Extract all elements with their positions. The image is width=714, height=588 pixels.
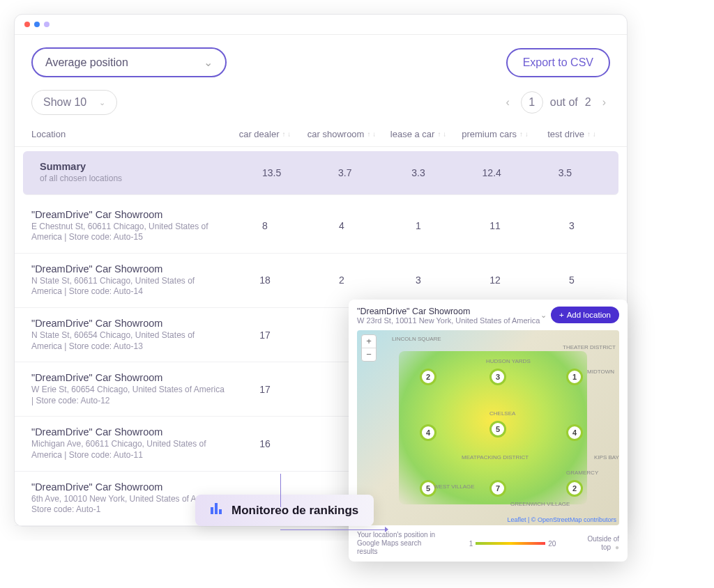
cell-value: 18 [227, 274, 303, 286]
summary-value: 12.4 [455, 167, 529, 178]
pager-outof: out of [550, 96, 578, 109]
map-marker[interactable]: 1 [566, 369, 583, 385]
page-controls: Show 10 ⌄ ‹ 1 out of 2 › [15, 90, 627, 122]
show-count-select[interactable]: Show 10 ⌄ [31, 90, 117, 115]
map-canvas[interactable]: + − 231454572 LINCOLN SQUAREHUDSON YARDS… [357, 330, 619, 525]
map-location-title: "DreamDrive" Car Showroom [357, 307, 540, 316]
cell-value: 3 [533, 220, 610, 231]
sort-icon: ↑ ↓ [587, 130, 596, 138]
zoom-control: + − [361, 334, 377, 362]
pager-current[interactable]: 1 [521, 91, 543, 114]
summary-value: 3.3 [381, 167, 455, 178]
connector-line [280, 529, 385, 530]
window-dot-blue[interactable] [34, 22, 40, 27]
map-legend: Your location's position in Google Maps … [357, 531, 619, 541]
window-dot-red[interactable] [24, 22, 30, 27]
feature-callout: Monitoreo de rankings [195, 495, 374, 526]
export-button[interactable]: Export to CSV [506, 48, 610, 77]
sort-icon: ↑ ↓ [367, 130, 376, 138]
zoom-out-button[interactable]: − [362, 348, 376, 361]
map-marker[interactable]: 2 [566, 480, 583, 497]
connector-line [280, 474, 281, 507]
zoom-in-button[interactable]: + [362, 335, 376, 348]
header-col[interactable]: lease a car ↑ ↓ [380, 129, 457, 139]
chevron-down-icon: ⌄ [204, 56, 213, 69]
chevron-down-icon: ⌄ [99, 98, 105, 107]
map-marker[interactable]: 3 [489, 369, 506, 385]
header-col[interactable]: premium cars ↑ ↓ [457, 129, 533, 139]
add-location-label: Add location [567, 311, 611, 319]
table-row[interactable]: "DreamDrive" Car ShowroomE Chestnut St, … [15, 199, 627, 254]
cell-value: 4 [303, 220, 380, 231]
map-area-label: CHELSEA [489, 410, 515, 417]
row-title: "DreamDrive" Car Showroom [31, 263, 227, 274]
row-subtitle: Michigan Ave, 60611 Chicago, United Stat… [31, 439, 227, 461]
summary-sub: of all chosen locations [40, 173, 235, 185]
bar-chart-icon [211, 503, 223, 518]
row-title: "DreamDrive" Car Showroom [31, 372, 227, 383]
map-marker[interactable]: 4 [566, 424, 583, 441]
row-title: "DreamDrive" Car Showroom [31, 426, 227, 438]
row-title: "DreamDrive" Car Showroom [31, 318, 227, 329]
cell-value: 12 [457, 274, 533, 286]
toolbar: Average position ⌄ Export to CSV [15, 35, 627, 90]
window-dot-purple[interactable] [44, 22, 50, 27]
chevron-down-icon[interactable]: ⌄ [540, 311, 547, 320]
map-marker[interactable]: 4 [420, 424, 436, 441]
cell-value: 17 [227, 330, 303, 341]
arrow-icon [385, 527, 388, 532]
summary-value: 13.5 [235, 167, 308, 178]
map-attribution: Leaflet | © OpenStreetMap contributors [507, 516, 616, 523]
pager: ‹ 1 out of 2 › [501, 91, 610, 114]
row-subtitle: N State St, 60611 Chicago, United States… [31, 276, 227, 297]
header-col[interactable]: car dealer ↑ ↓ [227, 129, 303, 139]
legend-max: 20 [548, 540, 556, 541]
callout-text: Monitoreo de rankings [231, 504, 358, 518]
sort-icon: ↑ ↓ [282, 130, 291, 138]
filter-label: Average position [45, 56, 128, 69]
summary-row: Summary of all chosen locations 13.5 3.7… [23, 151, 618, 195]
map-marker[interactable]: 5 [489, 421, 506, 438]
svg-rect-1 [215, 503, 218, 514]
legend-outside: Outside of top ● [584, 535, 619, 541]
summary-value: 3.5 [529, 167, 602, 178]
filter-select[interactable]: Average position ⌄ [31, 47, 227, 77]
map-area-label: LINCOLN SQUARE [392, 336, 441, 342]
map-area-label: KIPS BAY [594, 454, 619, 461]
plus-icon: + [559, 311, 564, 319]
show-count-label: Show 10 [43, 96, 86, 109]
row-subtitle: N State St, 60654 Chicago, United States… [31, 330, 227, 352]
row-subtitle: E Chestnut St, 60611 Chicago, United Sta… [31, 222, 227, 243]
svg-rect-2 [219, 509, 222, 514]
map-area-label: THEATER DISTRICT [563, 344, 616, 350]
titlebar [15, 15, 627, 35]
header-location: Location [31, 129, 227, 139]
cell-value: 11 [457, 220, 533, 231]
map-popup: "DreamDrive" Car Showroom W 23rd St, 100… [349, 300, 628, 541]
pager-prev[interactable]: ‹ [501, 96, 513, 109]
row-title: "DreamDrive" Car Showroom [31, 209, 227, 220]
header-col[interactable]: car showroom ↑ ↓ [303, 129, 380, 139]
sort-icon: ↑ ↓ [519, 130, 529, 138]
pager-total: 2 [585, 96, 591, 109]
legend-text: Your location's position in Google Maps … [357, 531, 441, 541]
summary-value: 3.7 [308, 167, 381, 178]
cell-value: 8 [227, 220, 303, 231]
cell-value: 17 [227, 384, 303, 395]
map-area-label: MIDTOWN [587, 369, 614, 375]
map-location-address: W 23rd St, 10011 New York, United States… [357, 316, 540, 325]
header-col[interactable]: test drive ↑ ↓ [533, 129, 610, 139]
add-location-button[interactable]: + Add location [551, 307, 619, 323]
map-area-label: HUDSON YARDS [486, 358, 531, 364]
summary-title: Summary [40, 161, 235, 172]
cell-value: 5 [533, 274, 610, 286]
map-marker[interactable]: 2 [420, 369, 436, 385]
table-header: Location car dealer ↑ ↓ car showroom ↑ ↓… [15, 122, 627, 147]
row-subtitle: W Erie St, 60654 Chicago, United States … [31, 385, 227, 406]
map-marker[interactable]: 7 [489, 480, 506, 497]
map-area-label: GREENWICH VILLAGE [510, 501, 570, 507]
row-title: "DreamDrive" Car Showroom [31, 481, 227, 493]
cell-value: 1 [380, 220, 457, 231]
pager-next[interactable]: › [598, 96, 610, 109]
sort-icon: ↑ ↓ [437, 130, 446, 138]
